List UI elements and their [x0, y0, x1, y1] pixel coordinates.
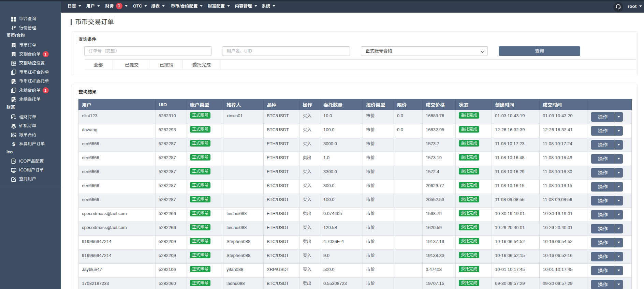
- svg-text:$: $: [12, 141, 15, 147]
